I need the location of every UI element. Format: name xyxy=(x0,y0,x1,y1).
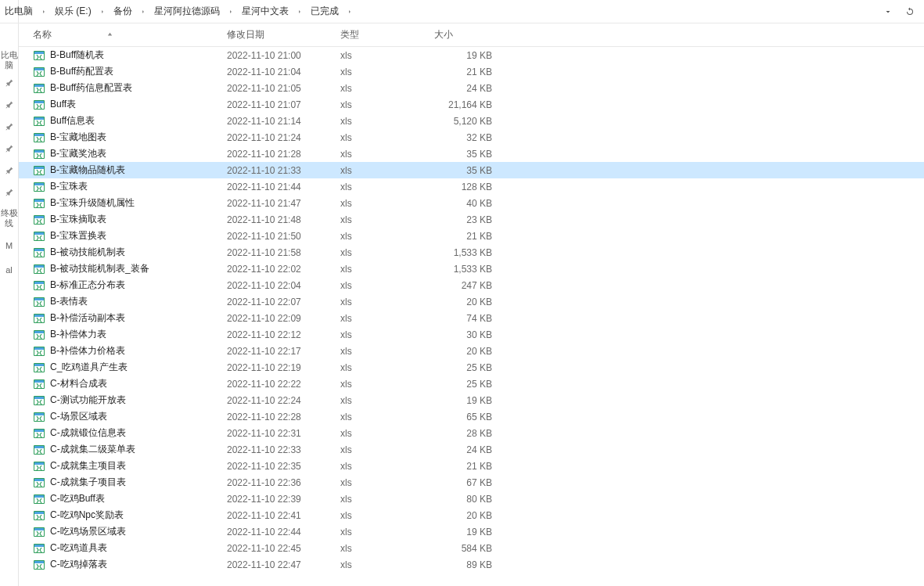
table-row[interactable]: B-宝珠摘取表2022-11-10 21:48xls23 KB xyxy=(19,211,924,228)
xls-file-icon xyxy=(33,559,45,571)
svg-rect-41 xyxy=(34,265,44,268)
table-row[interactable]: Buff信息表2022-11-10 21:14xls5,120 KB xyxy=(19,113,924,129)
table-row[interactable]: B-被动技能机制表_装备2022-11-10 22:02xls1,533 KB xyxy=(19,261,924,277)
table-row[interactable]: B-Buff药信息配置表2022-11-10 21:05xls24 KB xyxy=(19,80,924,96)
pin-icon[interactable] xyxy=(0,161,18,180)
table-row[interactable]: B-宝珠置换表2022-11-10 21:50xls21 KB xyxy=(19,228,924,244)
breadcrumb-item[interactable]: 备份 xyxy=(110,0,135,23)
cell-size: 21 KB xyxy=(430,67,500,77)
cell-size: 19 KB xyxy=(430,395,500,406)
chevron-right-icon[interactable] xyxy=(292,9,307,15)
cell-type: xls xyxy=(336,83,430,94)
file-list[interactable]: B-Buff随机表2022-11-10 21:00xls19 KBB-Buff药… xyxy=(19,47,924,586)
table-row[interactable]: B-宝藏奖池表2022-11-10 21:28xls35 KB xyxy=(19,146,924,162)
table-row[interactable]: C-吃鸡道具表2022-11-10 22:45xls584 KB xyxy=(19,540,924,556)
table-row[interactable]: C-吃鸡Npc奖励表2022-11-10 22:41xls20 KB xyxy=(19,507,924,523)
table-row[interactable]: B-补偿体力价格表2022-11-10 22:17xls20 KB xyxy=(19,343,924,359)
cell-date: 2022-11-10 22:19 xyxy=(222,362,336,373)
table-row[interactable]: Buff表2022-11-10 21:07xls21,164 KB xyxy=(19,96,924,113)
cell-date: 2022-11-10 22:47 xyxy=(222,559,336,570)
pin-icon[interactable] xyxy=(0,95,18,114)
cell-date: 2022-11-10 22:35 xyxy=(222,461,336,472)
table-row[interactable]: B-Buff随机表2022-11-10 21:00xls19 KB xyxy=(19,47,924,63)
table-row[interactable]: C_吃鸡道具产生表2022-11-10 22:19xls25 KB xyxy=(19,359,924,376)
svg-rect-92 xyxy=(34,545,44,547)
file-name: C-场景区域表 xyxy=(50,410,107,423)
cell-type: xls xyxy=(336,132,430,143)
table-row[interactable]: C-成就集二级菜单表2022-11-10 22:33xls24 KB xyxy=(19,441,924,458)
column-header-date[interactable]: 修改日期 xyxy=(222,23,336,46)
table-row[interactable]: C-测试功能开放表2022-11-10 22:24xls19 KB xyxy=(19,392,924,408)
table-row[interactable]: C-吃鸡场景区域表2022-11-10 22:44xls19 KB xyxy=(19,523,924,540)
table-row[interactable]: C-成就集主项目表2022-11-10 22:35xls21 KB xyxy=(19,458,924,474)
cell-date: 2022-11-10 22:45 xyxy=(222,543,336,554)
table-row[interactable]: C-场景区域表2022-11-10 22:28xls65 KB xyxy=(19,408,924,425)
cell-type: xls xyxy=(336,198,430,209)
pin-icon[interactable] xyxy=(0,117,18,136)
table-row[interactable]: B-补偿体力表2022-11-10 22:12xls30 KB xyxy=(19,326,924,343)
table-row[interactable]: B-宝珠表2022-11-10 21:44xls128 KB xyxy=(19,178,924,195)
svg-rect-32 xyxy=(34,216,44,218)
pin-icon[interactable] xyxy=(0,74,18,92)
column-header-type[interactable]: 类型 xyxy=(336,23,430,46)
cell-name: C-成就集子项目表 xyxy=(19,476,222,489)
pin-icon[interactable] xyxy=(0,139,18,158)
svg-rect-50 xyxy=(34,315,44,317)
column-header-size[interactable]: 大小 xyxy=(430,23,500,46)
cell-size: 24 KB xyxy=(430,83,500,94)
breadcrumb-item[interactable]: 娱乐 (E:) xyxy=(52,0,95,23)
table-row[interactable]: B-表情表2022-11-10 22:07xls20 KB xyxy=(19,293,924,310)
table-row[interactable]: B-补偿活动副本表2022-11-10 22:09xls74 KB xyxy=(19,310,924,326)
cell-name: C-吃鸡场景区域表 xyxy=(19,525,222,538)
cell-size: 21 KB xyxy=(430,231,500,242)
table-row[interactable]: B-被动技能机制表2022-11-10 21:58xls1,533 KB xyxy=(19,244,924,261)
chevron-right-icon[interactable] xyxy=(95,9,110,15)
breadcrumb[interactable]: 比电脑娱乐 (E:)备份星河阿拉德源码星河中文表已完成 xyxy=(0,0,875,23)
table-row[interactable]: C-材料合成表2022-11-10 22:22xls25 KB xyxy=(19,376,924,392)
file-name: B-被动技能机制表_装备 xyxy=(50,262,149,275)
cell-name: B-Buff药信息配置表 xyxy=(19,81,222,95)
cell-name: C-吃鸡道具表 xyxy=(19,541,222,555)
table-row[interactable]: B-宝藏物品随机表2022-11-10 21:33xls35 KB xyxy=(19,162,924,178)
table-row[interactable]: B-宝藏地图表2022-11-10 21:24xls32 KB xyxy=(19,129,924,146)
cell-type: xls xyxy=(336,395,430,406)
table-row[interactable]: B-宝珠升级随机属性2022-11-10 21:47xls40 KB xyxy=(19,195,924,211)
pin-icon[interactable] xyxy=(0,183,18,202)
svg-rect-83 xyxy=(34,495,44,498)
cell-type: xls xyxy=(336,510,430,521)
cell-date: 2022-11-10 21:50 xyxy=(222,231,336,242)
table-row[interactable]: C-吃鸡Buff表2022-11-10 22:39xls80 KB xyxy=(19,491,924,507)
table-row[interactable]: C-成就集子项目表2022-11-10 22:36xls67 KB xyxy=(19,474,924,491)
cell-date: 2022-11-10 22:12 xyxy=(222,329,336,340)
xls-file-icon xyxy=(33,526,45,538)
left-label: 终极线 xyxy=(0,205,18,232)
cell-date: 2022-11-10 22:22 xyxy=(222,379,336,390)
breadcrumb-item[interactable]: 比电脑 xyxy=(2,0,36,23)
xls-file-icon xyxy=(33,49,45,62)
table-row[interactable]: C-成就锻位信息表2022-11-10 22:31xls28 KB xyxy=(19,425,924,441)
breadcrumb-item[interactable]: 已完成 xyxy=(307,0,342,23)
refresh-icon[interactable] xyxy=(901,2,919,21)
xls-file-icon xyxy=(33,296,45,308)
table-row[interactable]: C-吃鸡掉落表2022-11-10 22:47xls89 KB xyxy=(19,556,924,573)
breadcrumb-item[interactable]: 星河中文表 xyxy=(239,0,292,23)
cell-name: Buff表 xyxy=(19,98,222,111)
breadcrumb-item[interactable]: 星河阿拉德源码 xyxy=(151,0,223,23)
cell-name: B-补偿体力价格表 xyxy=(19,344,222,358)
table-row[interactable]: B-Buff药配置表2022-11-10 21:04xls21 KB xyxy=(19,63,924,80)
chevron-right-icon[interactable] xyxy=(223,9,239,15)
cell-type: xls xyxy=(336,149,430,160)
column-header-name[interactable]: 名称 xyxy=(19,23,222,46)
cell-type: xls xyxy=(336,444,430,455)
cell-name: B-被动技能机制表_装备 xyxy=(19,262,222,275)
chevron-right-icon[interactable] xyxy=(135,9,151,15)
xls-file-icon xyxy=(33,493,45,505)
cell-name: B-标准正态分布表 xyxy=(19,279,222,292)
xls-file-icon xyxy=(33,164,45,177)
dropdown-icon[interactable] xyxy=(879,2,897,21)
xls-file-icon xyxy=(33,509,45,522)
chevron-right-icon[interactable] xyxy=(36,9,52,15)
table-row[interactable]: B-标准正态分布表2022-11-10 22:04xls247 KB xyxy=(19,277,924,293)
chevron-right-icon[interactable] xyxy=(342,9,358,15)
cell-size: 584 KB xyxy=(430,543,500,554)
